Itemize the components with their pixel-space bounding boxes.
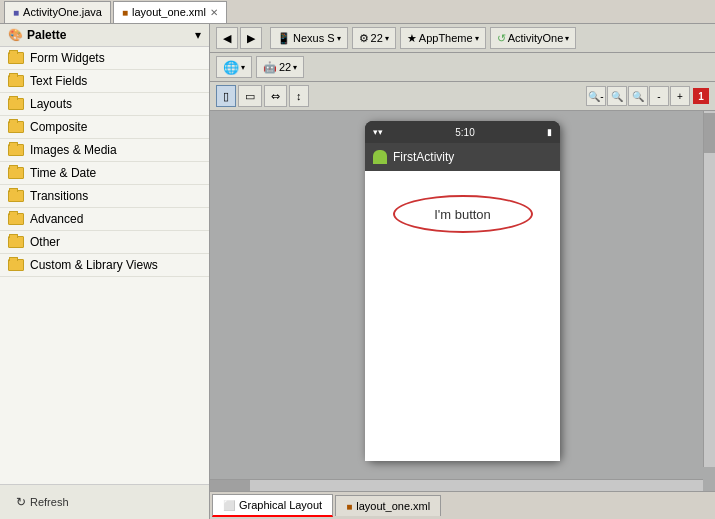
- folder-icon: [8, 190, 24, 202]
- tab-xml[interactable]: ■ layout_one.xml ✕: [113, 1, 227, 23]
- globe-dropdown[interactable]: 🌐 ▾: [216, 56, 252, 78]
- palette-item-label: Time & Date: [30, 166, 96, 180]
- layout-view1-icon: ▭: [245, 90, 255, 103]
- layout-view-btn2[interactable]: ⇔: [264, 85, 287, 107]
- android-chevron-icon: ▾: [293, 63, 297, 72]
- zoom-minus-icon: -: [657, 91, 660, 102]
- right-panel: ◀ ▶ 📱 Nexus S ▾ ⚙ 22 ▾ ★: [210, 24, 715, 519]
- folder-icon: [8, 52, 24, 64]
- tab-xml-layout[interactable]: ■ layout_one.xml: [335, 495, 441, 516]
- zoom-badge-label: 1: [698, 91, 704, 102]
- api-dropdown[interactable]: ⚙ 22 ▾: [352, 27, 396, 49]
- folder-icon: [8, 167, 24, 179]
- zoom-plus-icon: +: [677, 91, 683, 102]
- activity-dropdown[interactable]: ↺ ActivityOne ▾: [490, 27, 577, 49]
- device-icon: 📱: [277, 32, 291, 45]
- palette-item-other[interactable]: Other: [0, 231, 209, 254]
- canvas-horizontal-scrollbar[interactable]: [210, 479, 703, 491]
- layout-view-btn3[interactable]: ↕: [289, 85, 309, 107]
- tab-graphical-layout[interactable]: ⬜ Graphical Layout: [212, 494, 333, 517]
- zoom-fit-button[interactable]: 🔍: [607, 86, 627, 106]
- zoom-fit-icon: 🔍: [611, 91, 623, 102]
- theme-chevron-icon: ▾: [475, 34, 479, 43]
- palette-item-label: Form Widgets: [30, 51, 105, 65]
- palette-item-text-fields[interactable]: Text Fields: [0, 70, 209, 93]
- palette-item-label: Other: [30, 235, 60, 249]
- xml-file-icon: ■: [122, 7, 128, 18]
- zoom-100-button[interactable]: 🔍: [628, 86, 648, 106]
- graphical-layout-label: Graphical Layout: [239, 499, 322, 511]
- bottom-tabs: ⬜ Graphical Layout ■ layout_one.xml: [210, 491, 715, 519]
- palette-item-time-date[interactable]: Time & Date: [0, 162, 209, 185]
- theme-dropdown[interactable]: ★ AppTheme ▾: [400, 27, 486, 49]
- palette-item-label: Layouts: [30, 97, 72, 111]
- palette-item-advanced[interactable]: Advanced: [0, 208, 209, 231]
- back-icon: ◀: [223, 32, 231, 45]
- folder-icon: [8, 236, 24, 248]
- phone-title-bar: FirstActivity: [365, 143, 560, 171]
- portrait-view-btn[interactable]: ▯: [216, 85, 236, 107]
- xml-layout-icon: ■: [346, 501, 352, 512]
- status-time: 5:10: [455, 127, 474, 138]
- zoom-minus-button[interactable]: -: [649, 86, 669, 106]
- globe-chevron-icon: ▾: [241, 63, 245, 72]
- palette-item-custom-library[interactable]: Custom & Library Views: [0, 254, 209, 277]
- layout-view-btn1[interactable]: ▭: [238, 85, 262, 107]
- palette-icon: 🎨: [8, 28, 23, 42]
- layout-view2-icon: ⇔: [271, 90, 280, 103]
- refresh-label: Refresh: [30, 496, 69, 508]
- tab-close-icon[interactable]: ✕: [210, 7, 218, 18]
- layout-view3-icon: ↕: [296, 90, 302, 102]
- palette-item-layouts[interactable]: Layouts: [0, 93, 209, 116]
- canvas-area[interactable]: ▾▾ 5:10 ▮ FirstActivity: [210, 111, 715, 479]
- palette-item-composite[interactable]: Composite: [0, 116, 209, 139]
- scrollbar-thumb[interactable]: [704, 113, 715, 153]
- palette-item-label: Transitions: [30, 189, 88, 203]
- device-dropdown[interactable]: 📱 Nexus S ▾: [270, 27, 348, 49]
- palette-dropdown-arrow[interactable]: ▾: [195, 28, 201, 42]
- android-api-dropdown[interactable]: 🤖 22 ▾: [256, 56, 304, 78]
- button-label: I'm button: [434, 207, 491, 222]
- refresh-button[interactable]: ↻ Refresh: [8, 491, 77, 513]
- toolbar-nav-group: ◀ ▶: [216, 27, 262, 49]
- view-controls-bar: ▯ ▭ ⇔ ↕ 🔍- 🔍: [210, 82, 715, 111]
- palette-item-images-media[interactable]: Images & Media: [0, 139, 209, 162]
- folder-icon: [8, 259, 24, 271]
- api-chevron-icon: ▾: [385, 34, 389, 43]
- tab-java[interactable]: ■ ActivityOne.java: [4, 1, 111, 23]
- palette-header-left: 🎨 Palette: [8, 28, 66, 42]
- zoom-badge: 1: [693, 88, 709, 104]
- phone-mockup: ▾▾ 5:10 ▮ FirstActivity: [365, 121, 560, 461]
- phone-content: I'm button: [365, 171, 560, 461]
- xml-layout-label: layout_one.xml: [356, 500, 430, 512]
- zoom-out-button[interactable]: 🔍-: [586, 86, 606, 106]
- folder-icon: [8, 98, 24, 110]
- back-button[interactable]: ◀: [216, 27, 238, 49]
- palette-item-form-widgets[interactable]: Form Widgets: [0, 47, 209, 70]
- palette-item-transitions[interactable]: Transitions: [0, 185, 209, 208]
- canvas-row: ▾▾ 5:10 ▮ FirstActivity: [210, 111, 715, 479]
- zoom-plus-button[interactable]: +: [670, 86, 690, 106]
- refresh-icon: ↻: [16, 495, 26, 509]
- theme-icon: ★: [407, 32, 417, 45]
- forward-icon: ▶: [247, 32, 255, 45]
- api-icon: ⚙: [359, 32, 369, 45]
- palette-items-list: Form Widgets Text Fields Layouts Composi…: [0, 47, 209, 484]
- activity-icon: ↺: [497, 32, 506, 45]
- palette-header: 🎨 Palette ▾: [0, 24, 209, 47]
- globe-icon: 🌐: [223, 60, 239, 75]
- phone-button-container: I'm button: [393, 195, 533, 233]
- hscrollbar-thumb[interactable]: [210, 480, 250, 491]
- folder-icon: [8, 144, 24, 156]
- forward-button[interactable]: ▶: [240, 27, 262, 49]
- graphical-layout-icon: ⬜: [223, 500, 235, 511]
- im-button[interactable]: I'm button: [393, 195, 533, 233]
- api-version-label: 22: [279, 61, 291, 73]
- activity-chevron-icon: ▾: [565, 34, 569, 43]
- canvas-wrapper: ▾▾ 5:10 ▮ FirstActivity: [210, 111, 715, 491]
- toolbar-row1: ◀ ▶ 📱 Nexus S ▾ ⚙ 22 ▾ ★: [210, 24, 715, 53]
- device-chevron-icon: ▾: [337, 34, 341, 43]
- canvas-vertical-scrollbar[interactable]: [703, 111, 715, 467]
- api-label: 22: [371, 32, 383, 44]
- device-label: Nexus S: [293, 32, 335, 44]
